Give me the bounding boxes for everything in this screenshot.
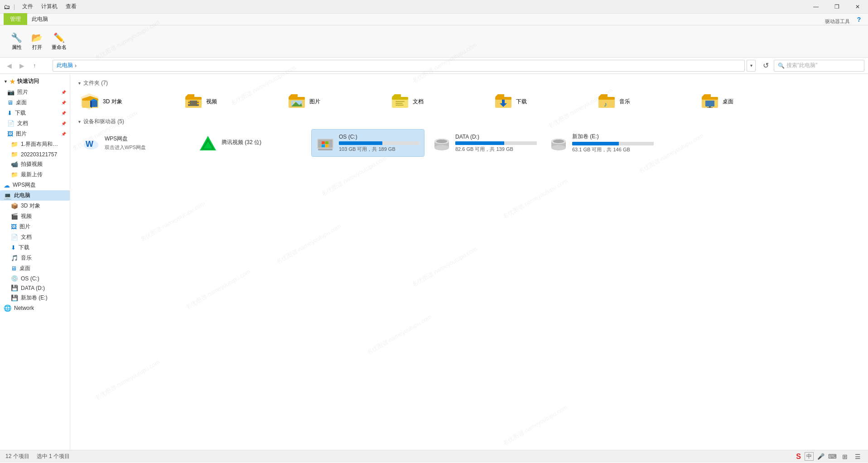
quick-access-icon: ★	[10, 78, 15, 85]
sidebar-item-c-drive[interactable]: 💿 OS (C:)	[0, 274, 70, 283]
svg-rect-17	[289, 97, 305, 100]
folder-pictures[interactable]: 图片	[284, 91, 384, 112]
sidebar-item-this-pc[interactable]: 💻 此电脑	[0, 190, 70, 201]
sidebar-item-layout[interactable]: 📁 1.界面布局和文件的	[0, 139, 70, 150]
folder-video[interactable]: 视频	[181, 91, 280, 112]
ribbon-btn-rename[interactable]: ✏️ 重命名	[48, 30, 70, 53]
sidebar-item-documents[interactable]: 📄 文档 📌	[0, 118, 70, 129]
svg-rect-0	[42, 63, 48, 69]
sidebar-item-3d[interactable]: 📦 3D 对象	[0, 201, 70, 211]
sidebar-item-video2[interactable]: 📹 拍摄视频	[0, 159, 70, 169]
e-drive-label: 新加卷 (E:)	[21, 294, 48, 302]
network-icon: 🌐	[4, 304, 11, 312]
sidebar-item-e-drive[interactable]: 💾 新加卷 (E:)	[0, 293, 70, 303]
folder-desktop[interactable]: 桌面	[697, 91, 797, 112]
c-drive-icon-large	[316, 135, 334, 151]
close-button[interactable]: ✕	[847, 0, 868, 14]
downloads2-label: 下载	[19, 244, 29, 251]
devices-collapse-arrow[interactable]: ▼	[77, 120, 82, 124]
svg-rect-27	[395, 105, 404, 106]
folder-3d[interactable]: 3D 对象	[77, 91, 177, 112]
svg-rect-51	[322, 141, 325, 144]
ime-label[interactable]: 中	[805, 452, 814, 461]
downloads-label: 下载	[15, 109, 26, 117]
sidebar-item-video[interactable]: 🎬 视频	[0, 211, 70, 222]
sidebar-item-desktop2[interactable]: 🖥 桌面	[0, 263, 70, 274]
sidebar-quick-access-header[interactable]: ▼ ★ 快速访问	[0, 76, 70, 87]
mic-icon[interactable]: 🎤	[817, 453, 825, 460]
restore-button[interactable]: ❐	[826, 0, 847, 14]
tab-manage[interactable]: 管理	[4, 13, 27, 25]
tab-computer[interactable]: 计算机	[38, 1, 61, 13]
downloads2-icon: ⬇	[11, 244, 16, 251]
sidebar-item-desktop[interactable]: 🖥 桌面 📌	[0, 97, 70, 108]
sidebar-item-network[interactable]: 🌐 Network	[0, 303, 70, 313]
refresh-button[interactable]: ↺	[759, 59, 772, 72]
keyboard-icon[interactable]: ⌨	[828, 453, 837, 460]
up-button[interactable]: ↑	[29, 60, 40, 71]
c-drive-icon: 💿	[11, 275, 18, 282]
breadcrumb-dropdown[interactable]: ▾	[747, 60, 756, 72]
device-tencent[interactable]: 腾讯视频 (32 位)	[194, 129, 308, 157]
folder-3d-label: 3D 对象	[103, 98, 122, 106]
svg-rect-14	[197, 101, 199, 102]
wps-drive-subtitle: 双击进入WPS网盘	[105, 144, 186, 151]
svg-rect-37	[702, 97, 718, 100]
svg-rect-9	[185, 97, 202, 100]
breadcrumb[interactable]: 此电脑 ›	[53, 60, 745, 72]
ribbon-tool-label: 驱动器工具	[821, 18, 854, 25]
device-wps[interactable]: W WPS网盘 双击进入WPS网盘	[77, 129, 191, 157]
help-button[interactable]: ?	[854, 14, 864, 25]
ribbon-btn-properties[interactable]: 🔧 属性	[7, 30, 26, 53]
pictures-icon: 🖼	[7, 130, 13, 137]
folder-3d-icon	[81, 93, 99, 110]
sidebar-item-pictures[interactable]: 🖼 图片 📌	[0, 129, 70, 139]
breadcrumb-item-this-pc[interactable]: 此电脑	[57, 62, 73, 69]
e-drive-name: 新加卷 (E:)	[572, 133, 654, 140]
tab-file[interactable]: 文件	[19, 1, 37, 13]
documents2-label: 文档	[21, 233, 32, 241]
sidebar-item-photos[interactable]: 📷 照片 📌	[0, 87, 70, 97]
view-detail[interactable]: ☰	[853, 452, 863, 461]
search-bar[interactable]: 🔍 搜索"此电脑"	[774, 60, 864, 72]
sidebar-item-d-drive[interactable]: 💾 DATA (D:)	[0, 283, 70, 293]
sidebar-item-downloads[interactable]: ⬇ 下载 📌	[0, 108, 70, 118]
folders-collapse-arrow[interactable]: ▼	[77, 81, 82, 86]
svg-marker-10	[185, 94, 194, 97]
view-large-icon[interactable]: ⊞	[840, 452, 849, 461]
minimize-button[interactable]: —	[805, 0, 826, 14]
folder-music[interactable]: ♪ 音乐	[594, 91, 694, 112]
sidebar-item-pictures2[interactable]: 🖼 图片	[0, 222, 70, 232]
device-c-drive[interactable]: OS (C:) 103 GB 可用，共 189 GB	[311, 129, 424, 157]
nav-icon	[42, 62, 49, 69]
folder-downloads[interactable]: 下载	[491, 91, 590, 112]
device-e-drive[interactable]: 新加卷 (E:) 63.1 GB 可用，共 146 GB	[545, 129, 658, 157]
sidebar-item-documents2[interactable]: 📄 文档	[0, 232, 70, 242]
sidebar-item-downloads2[interactable]: ⬇ 下载	[0, 242, 70, 253]
quick-access-label: 快速访问	[17, 77, 39, 85]
documents2-icon: 📄	[11, 234, 18, 241]
tab-this-pc[interactable]: 此电脑	[27, 13, 53, 25]
sidebar-item-latest[interactable]: 📁 最新上传	[0, 169, 70, 180]
forward-button[interactable]: ▶	[16, 60, 27, 71]
tab-view[interactable]: 查看	[62, 1, 80, 13]
title-tabs-row: 文件 计算机 查看	[19, 1, 80, 13]
device-d-drive[interactable]: DATA (D:) 82.6 GB 可用，共 139 GB	[428, 129, 541, 157]
back-button[interactable]: ◀	[4, 60, 14, 71]
main-container: ▼ ★ 快速访问 📷 照片 📌 🖥 桌面 📌 ⬇ 下载 📌 📄 文档 📌 🖼 图…	[0, 74, 868, 450]
wps-drive-name: WPS网盘	[105, 135, 186, 143]
sidebar-item-music[interactable]: 🎵 音乐	[0, 253, 70, 263]
desktop-icon: 🖥	[7, 99, 13, 106]
sidebar-item-wps[interactable]: ☁ WPS网盘	[0, 180, 70, 190]
d-drive-icon: 💾	[11, 285, 18, 291]
sidebar-item-folder2[interactable]: 📁 202203121757	[0, 150, 70, 159]
status-right: S 中 🎤 ⌨ ⊞ ☰	[796, 452, 863, 461]
ribbon-btn-open[interactable]: 📂 打开	[28, 30, 46, 53]
folder-documents[interactable]: 文档	[387, 91, 487, 112]
latest-icon: 📁	[11, 171, 18, 178]
selected-count: 选中 1 个项目	[37, 453, 70, 460]
video-icon: 🎬	[11, 213, 18, 220]
c-drive-name: OS (C:)	[339, 134, 420, 140]
ribbon: 管理 此电脑 驱动器工具 ? 🔧 属性 📂 打开 ✏️ 重命名	[0, 14, 868, 58]
c-drive-space: 103 GB 可用，共 189 GB	[339, 146, 420, 153]
